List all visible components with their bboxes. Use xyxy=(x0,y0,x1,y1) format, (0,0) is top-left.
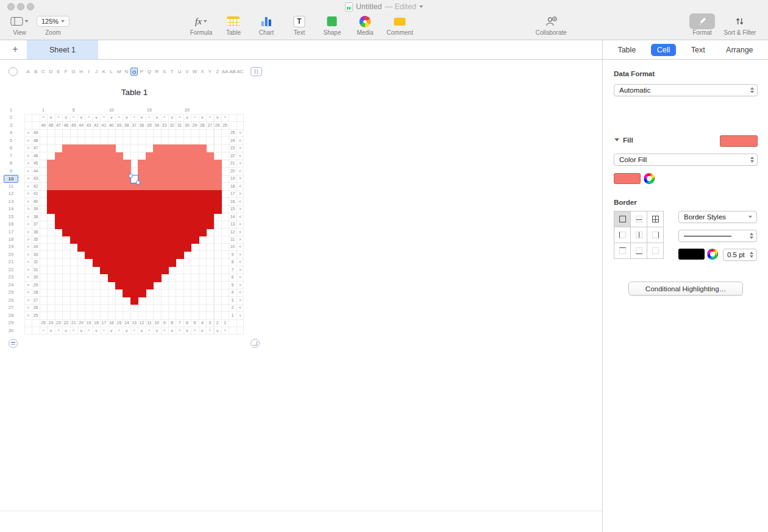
border-preset-all[interactable] xyxy=(647,211,664,227)
table-cell[interactable]: 18 xyxy=(229,183,236,190)
heart-fill-run[interactable] xyxy=(55,213,215,221)
table-cell[interactable]: v xyxy=(123,114,130,121)
row-header[interactable]: 10 xyxy=(4,175,18,182)
heart-fill-run[interactable] xyxy=(47,160,131,168)
row-header[interactable]: 25 xyxy=(4,289,18,296)
column-header[interactable]: S xyxy=(161,68,168,76)
table-cell[interactable]: > xyxy=(24,266,32,274)
table-cell[interactable]: < xyxy=(24,198,32,205)
table-cell[interactable]: v xyxy=(77,114,85,121)
table-cell[interactable]: 16 xyxy=(229,198,236,205)
table-cell[interactable]: ^ xyxy=(176,114,183,121)
row-header[interactable]: 17 xyxy=(4,229,18,236)
table-cell[interactable]: 26 xyxy=(32,304,39,311)
column-header[interactable]: L xyxy=(108,68,115,76)
heart-fill-run[interactable] xyxy=(77,243,191,251)
table-cell[interactable]: > xyxy=(236,282,244,289)
table-cell[interactable]: 38 xyxy=(32,213,39,221)
table-select-handle[interactable] xyxy=(9,67,18,76)
table-cell[interactable]: < xyxy=(24,229,32,236)
add-rows-handle[interactable] xyxy=(9,339,18,348)
row-header[interactable]: 13 xyxy=(4,198,18,205)
column-header[interactable]: Y xyxy=(206,68,213,76)
column-header[interactable]: AC xyxy=(236,68,244,76)
table-cell[interactable]: 36 xyxy=(32,229,39,236)
fill-type-select[interactable]: Color Fill xyxy=(614,154,758,166)
table-cell[interactable]: 31 xyxy=(32,266,39,274)
table-cell[interactable]: ^ xyxy=(85,114,92,121)
table-cell[interactable]: 26 xyxy=(214,122,221,129)
table-cell[interactable]: v xyxy=(93,327,100,335)
table-cell[interactable]: 21 xyxy=(70,319,77,327)
row-header[interactable]: 21 xyxy=(4,258,18,266)
table-cell[interactable]: v xyxy=(93,114,100,121)
table-cell[interactable]: ^ xyxy=(191,114,198,121)
table-cell[interactable]: 45 xyxy=(70,122,77,129)
table-cell[interactable]: < xyxy=(24,183,32,190)
table-cell[interactable]: 6 xyxy=(229,274,236,281)
table-cell[interactable]: 47 xyxy=(32,144,39,152)
row-header[interactable]: 11 xyxy=(4,183,18,190)
selection-handle[interactable] xyxy=(136,180,140,185)
table-cell[interactable]: > xyxy=(24,160,32,167)
table-cell[interactable]: > xyxy=(24,251,32,258)
heart-fill-run[interactable] xyxy=(115,282,154,289)
table-cell[interactable]: 18 xyxy=(93,319,100,327)
table-cell[interactable]: v xyxy=(153,327,160,335)
column-header[interactable]: T xyxy=(168,68,176,76)
table-cell[interactable]: < xyxy=(236,274,244,281)
table-cell[interactable]: 17 xyxy=(100,319,107,327)
table-button[interactable]: Table xyxy=(226,13,241,36)
table-cell[interactable]: 29 xyxy=(32,282,39,289)
table-cell[interactable]: 10 xyxy=(229,243,236,250)
table-cell[interactable]: 11 xyxy=(229,236,236,243)
table-cell[interactable]: ^ xyxy=(176,327,183,335)
table-cell[interactable]: ^ xyxy=(55,327,62,335)
table-cell[interactable]: 49 xyxy=(32,129,39,137)
table-cell[interactable]: ^ xyxy=(206,327,213,335)
table-cell[interactable]: ^ xyxy=(146,114,153,121)
text-button[interactable]: T Text xyxy=(294,13,305,36)
table-cell[interactable]: < xyxy=(24,304,32,311)
table-cell[interactable]: > xyxy=(236,221,244,228)
table-cell[interactable]: 25 xyxy=(40,319,47,327)
table-cell[interactable]: 46 xyxy=(32,152,39,160)
column-header[interactable]: B xyxy=(32,68,39,76)
table-cell[interactable]: 23 xyxy=(55,319,62,327)
table-cell[interactable]: v xyxy=(214,114,221,121)
table-cell[interactable]: v xyxy=(138,114,145,121)
border-preset-left[interactable] xyxy=(614,227,631,243)
table-cell[interactable]: 28 xyxy=(32,289,39,296)
row-header[interactable]: 20 xyxy=(4,251,18,258)
table-cell[interactable]: ^ xyxy=(130,327,138,335)
tab-cell[interactable]: Cell xyxy=(651,44,677,56)
table-cell[interactable]: 39 xyxy=(115,122,123,129)
border-line-style-select[interactable] xyxy=(678,230,757,242)
table-cell[interactable]: 24 xyxy=(47,319,54,327)
table-cell[interactable]: 33 xyxy=(161,122,168,129)
table-cell[interactable]: 32 xyxy=(32,258,39,266)
border-preset-right[interactable] xyxy=(647,227,664,243)
selection-handle[interactable] xyxy=(129,174,133,178)
heart-fill-run[interactable] xyxy=(130,297,138,305)
table-cell[interactable]: < xyxy=(24,168,32,175)
table-cell[interactable]: v xyxy=(138,327,145,335)
heart-fill-run[interactable] xyxy=(153,144,207,152)
heart-fill-run[interactable] xyxy=(138,160,222,168)
heart-fill-run[interactable] xyxy=(47,190,222,198)
table-cell[interactable]: 4 xyxy=(229,289,236,296)
table-cell[interactable]: 17 xyxy=(229,190,236,197)
table-cell[interactable]: < xyxy=(24,274,32,281)
table-cell[interactable]: ^ xyxy=(40,327,47,335)
resize-table-handle[interactable] xyxy=(251,339,260,348)
collaborate-button[interactable]: Collaborate xyxy=(535,13,566,36)
heart-fill-run[interactable] xyxy=(146,152,215,160)
table-cell[interactable]: < xyxy=(236,258,244,266)
table-cell[interactable]: 14 xyxy=(123,319,130,327)
table-cell[interactable]: < xyxy=(236,183,244,190)
table-cell[interactable]: 8 xyxy=(229,258,236,266)
column-header[interactable]: H xyxy=(77,68,85,76)
heart-fill-run[interactable] xyxy=(138,175,222,183)
column-header[interactable]: I xyxy=(85,68,92,76)
table-cell[interactable]: 19 xyxy=(85,319,92,327)
